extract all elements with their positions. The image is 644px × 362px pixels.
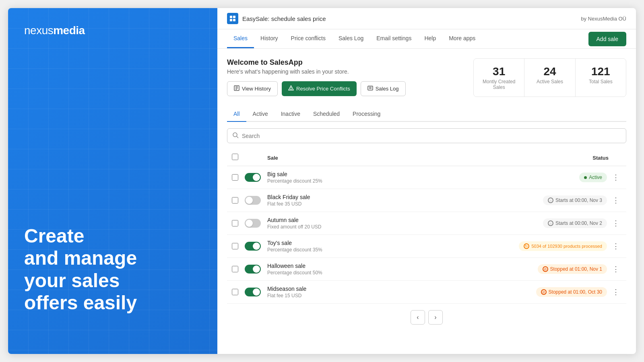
status-text: Starts at 00:00, Nov 2 [555, 220, 602, 226]
row-sale-desc: Fixed amount off 20 USD [267, 224, 543, 230]
row-menu-button[interactable]: ⋮ [610, 263, 621, 275]
toggle-switch-1[interactable] [245, 196, 261, 205]
tab-price-conflicts[interactable]: Price conflicts [285, 29, 332, 48]
tab-more-apps[interactable]: More apps [442, 29, 482, 48]
nav-bar: Sales History Price conflicts Sales Log … [217, 29, 636, 49]
app-title-area: EasySale: schedule sales price [227, 13, 326, 24]
stat-total-number: 121 [584, 65, 618, 78]
search-input[interactable] [242, 133, 621, 139]
add-sale-button[interactable]: Add sale [588, 32, 626, 46]
row-sale-name: Big sale [267, 171, 579, 177]
sales-log-icon [367, 85, 373, 92]
table-header: Sale Status [227, 150, 626, 166]
status-dot [584, 176, 587, 179]
filter-tab-active[interactable]: Active [246, 107, 275, 122]
welcome-subtitle: Here's what's happening with sales in yo… [227, 68, 406, 75]
status-dot: ⊘ [543, 266, 548, 272]
svg-rect-2 [230, 19, 232, 21]
row-toggle[interactable] [245, 219, 267, 228]
filter-tab-scheduled[interactable]: Scheduled [307, 107, 346, 122]
svg-rect-1 [233, 16, 235, 18]
row-checkbox[interactable] [232, 289, 245, 295]
search-bar [227, 128, 626, 143]
sales-log-label: Sales Log [376, 86, 399, 92]
row-checkbox[interactable] [232, 220, 245, 226]
svg-rect-10 [368, 86, 373, 90]
status-text: Active [589, 175, 602, 180]
toggle-switch-4[interactable] [245, 265, 261, 274]
toggle-switch-2[interactable] [245, 219, 261, 228]
row-checkbox[interactable] [232, 174, 245, 181]
filter-tabs: All Active Inactive Scheduled Processing [227, 107, 626, 122]
welcome-section: Welcome to SalesApp Here's what's happen… [227, 58, 626, 97]
row-sale-name: Midseason sale [267, 286, 536, 292]
resolve-conflicts-button[interactable]: Resolve Price Conflicts [282, 81, 357, 96]
stat-active: 24 Active Sales [524, 59, 575, 97]
row-menu-button[interactable]: ⋮ [610, 218, 621, 229]
row-toggle[interactable] [245, 196, 267, 205]
view-history-label: View History [242, 86, 271, 92]
app-container: nexusmedia Createand manageyour salesoff… [8, 8, 636, 354]
toggle-thumb [253, 174, 260, 181]
svg-rect-0 [230, 16, 232, 18]
prev-page-button[interactable]: ‹ [411, 310, 425, 325]
row-toggle[interactable] [245, 242, 267, 251]
top-bar: EasySale: schedule sales price by NexusM… [217, 8, 636, 29]
row-checkbox[interactable] [232, 243, 245, 249]
table-row: Midseason sale Flat fee 15 USD ⊘Stopped … [227, 281, 626, 304]
status-badge: ○Starts at 00:00, Nov 3 [543, 195, 607, 205]
row-sale-desc: Flat fee 15 USD [267, 293, 536, 298]
app-icon [227, 13, 238, 24]
row-toggle[interactable] [245, 288, 267, 296]
stat-active-label: Active Sales [533, 79, 567, 84]
hero-text: Createand manageyour salesoffers easily [24, 225, 201, 314]
filter-tab-inactive[interactable]: Inactive [275, 107, 307, 122]
row-menu-button[interactable]: ⋮ [610, 241, 621, 252]
row-info: Autumn sale Fixed amount off 20 USD [267, 217, 543, 230]
status-dot: ⊘ [541, 289, 547, 295]
filter-tab-processing[interactable]: Processing [346, 107, 387, 122]
row-menu-button[interactable]: ⋮ [610, 172, 621, 183]
stat-monthly: 31 Montly Created Sales [474, 59, 524, 97]
logo-text: nexusmedia [24, 24, 201, 37]
status-text: Starts at 00:00, Nov 3 [555, 197, 602, 203]
svg-rect-3 [233, 19, 235, 21]
history-icon [234, 85, 239, 92]
row-toggle[interactable] [245, 173, 267, 182]
view-history-button[interactable]: View History [227, 81, 278, 96]
tab-sales[interactable]: Sales [227, 29, 254, 48]
table-row: Autumn sale Fixed amount off 20 USD ○Sta… [227, 212, 626, 235]
row-status: ↻5034 of 102930 products processed [519, 241, 607, 251]
row-menu-button[interactable]: ⋮ [610, 286, 621, 298]
row-checkbox[interactable] [232, 266, 245, 272]
row-toggle[interactable] [245, 265, 267, 274]
row-status: ⊘Stopped at 01:00, Nov 1 [538, 264, 607, 274]
sales-log-button[interactable]: Sales Log [361, 81, 406, 96]
svg-point-13 [233, 133, 237, 137]
next-page-button[interactable]: › [428, 310, 443, 325]
left-panel: nexusmedia Createand manageyour salesoff… [8, 8, 217, 354]
tab-email-settings[interactable]: Email settings [370, 29, 418, 48]
tab-sales-log[interactable]: Sales Log [332, 29, 370, 48]
table-row: Toy's sale Percentage discount 35% ↻5034… [227, 235, 626, 258]
table-row: Black Friday sale Flat fee 35 USD ○Start… [227, 189, 626, 212]
toggle-switch-5[interactable] [245, 288, 261, 296]
status-dot: ○ [548, 220, 553, 226]
row-checkbox[interactable] [232, 197, 245, 204]
main-content: Welcome to SalesApp Here's what's happen… [217, 49, 636, 354]
row-sale-name: Halloween sale [267, 263, 538, 269]
row-sale-desc: Flat fee 35 USD [267, 201, 543, 207]
row-info: Toy's sale Percentage discount 35% [267, 240, 519, 253]
tab-help[interactable]: Help [418, 29, 442, 48]
row-sale-name: Toy's sale [267, 240, 519, 246]
row-sale-name: Autumn sale [267, 217, 543, 223]
row-info: Midseason sale Flat fee 15 USD [267, 286, 536, 298]
tab-history[interactable]: History [254, 29, 285, 48]
row-sale-name: Black Friday sale [267, 194, 543, 200]
header-checkbox[interactable] [232, 154, 245, 162]
filter-tab-all[interactable]: All [227, 107, 246, 122]
toggle-switch-0[interactable] [245, 173, 261, 182]
row-status: Active [579, 173, 607, 182]
row-menu-button[interactable]: ⋮ [610, 195, 621, 206]
toggle-switch-3[interactable] [245, 242, 261, 251]
